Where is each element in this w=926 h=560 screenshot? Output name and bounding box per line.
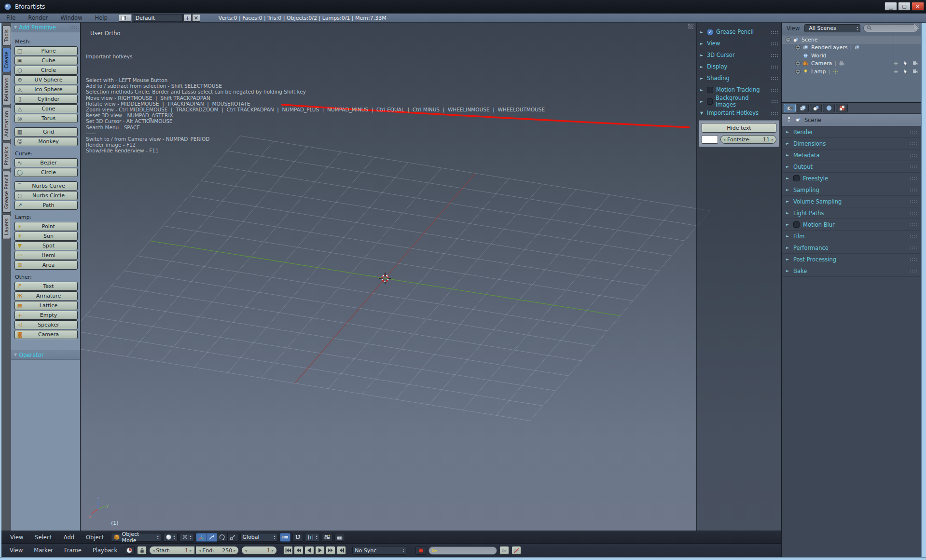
tab-create[interactable]: Create [2, 48, 11, 72]
manipulator-axis-button[interactable] [196, 533, 207, 542]
tool-button-area[interactable]: ⊠Area [14, 260, 78, 270]
menubar-menu-window[interactable]: Window [54, 14, 88, 21]
pin-icon[interactable] [786, 116, 792, 124]
properties-tab-render-layers-tab-icon[interactable] [797, 104, 809, 112]
add-layout-button[interactable]: + [183, 14, 192, 22]
render-toggle-camera-icon[interactable] [912, 60, 918, 67]
slider-right-arrow-icon[interactable]: ▸ [772, 137, 774, 142]
current-frame-field[interactable]: ◂1▸ [241, 546, 277, 555]
selectable-toggle-arrow-icon[interactable] [902, 60, 909, 67]
tool-button-plane[interactable]: ▢Plane [14, 46, 78, 55]
delete-keyframe-button[interactable] [511, 546, 521, 555]
hide-text-button[interactable]: Hide text [702, 123, 776, 133]
insert-keyframe-button[interactable] [499, 546, 509, 555]
next-keyframe-button[interactable] [326, 546, 335, 555]
snap-magnet-button[interactable] [292, 533, 303, 542]
tool-button-ico-sphere[interactable]: ◬Ico Sphere [14, 85, 78, 94]
tab-layers[interactable]: Layers [2, 215, 11, 239]
close-button[interactable]: ✕ [912, 2, 924, 11]
outliner-row-lamp[interactable]: +Lamp| [782, 68, 921, 76]
pivot-point-dropdown[interactable]: ▴▾ [180, 533, 194, 542]
tool-button-cylinder[interactable]: ▯Cylinder [14, 95, 78, 104]
properties-panel-sampling[interactable]: ►Sampling [782, 184, 921, 196]
maximize-button[interactable]: ▢ [898, 2, 911, 11]
translate-manipulator-button[interactable] [207, 533, 217, 542]
viewport-shading-dropdown[interactable]: ▴▾ [163, 533, 178, 542]
text-color-swatch[interactable] [702, 135, 718, 144]
opengl-render-button[interactable] [322, 533, 332, 542]
properties-panel-volume-sampling[interactable]: ►Volume Sampling [782, 196, 921, 207]
outliner-view-menu[interactable]: View [785, 25, 802, 32]
tool-button-camera[interactable]: ◙Camera [14, 330, 78, 339]
n-panel-item-background-images[interactable]: ►Background Images [697, 96, 781, 107]
previous-keyframe-button[interactable] [294, 546, 304, 555]
expand-plus-icon[interactable]: + [795, 69, 801, 74]
rotate-manipulator-button[interactable] [217, 533, 228, 542]
tool-button-lattice[interactable]: ▦Lattice [14, 301, 78, 310]
outliner-search-input[interactable] [863, 24, 918, 32]
tool-button-circle[interactable]: ○Circle [14, 66, 78, 75]
tool-button-nurbs-circle[interactable]: ◌Nurbs Circle [14, 191, 78, 200]
timeline-menu-view[interactable]: View [5, 547, 27, 554]
delete-layout-button[interactable]: ✕ [192, 14, 200, 22]
opengl-render-animation-button[interactable] [334, 533, 345, 542]
timeline-menu-marker[interactable]: Marker [29, 547, 57, 554]
browse-layout-button[interactable]: ▴▾ [119, 14, 131, 22]
properties-panel-metadata[interactable]: ►Metadata [782, 150, 921, 161]
sync-mode-dropdown[interactable]: No Sync▴▾ [352, 546, 406, 555]
time-display-button[interactable] [124, 546, 135, 555]
hide-toggle-eye-icon[interactable] [893, 68, 899, 75]
scale-manipulator-button[interactable] [228, 533, 238, 542]
tool-button-uv-sphere[interactable]: ⊕UV Sphere [14, 75, 78, 84]
properties-panel-dimensions[interactable]: ►Dimensions [782, 138, 921, 150]
start-frame-field[interactable]: ◂Start:1▸ [149, 546, 195, 555]
fontsize-slider[interactable]: ◂Fontsize:11▸ [720, 135, 776, 144]
properties-panel-freestyle[interactable]: ►Freestyle [782, 173, 921, 184]
tool-button-speaker[interactable]: ◁Speaker [14, 320, 78, 329]
n-panel-item-display[interactable]: ►Display [697, 61, 781, 72]
outliner-display-mode-dropdown[interactable]: All Scenes ▴▾ [804, 24, 860, 32]
minimize-button[interactable]: ▁ [885, 2, 897, 11]
outliner-row-renderlayers[interactable]: +RenderLayers| [782, 44, 921, 52]
properties-panel-render[interactable]: ►Render [782, 126, 921, 138]
properties-tab-world-tab-icon[interactable] [823, 104, 835, 112]
render-toggle-camera-icon[interactable] [912, 68, 918, 75]
viewport-menu-select[interactable]: Select [30, 534, 56, 541]
outliner-row-scene[interactable]: −Scene [782, 36, 921, 44]
tool-button-empty[interactable]: +Empty [14, 311, 78, 320]
operator-panel-header[interactable]: ▼ Operator [11, 350, 80, 360]
selectable-toggle-arrow-icon[interactable] [902, 68, 909, 75]
checkbox-unchecked-icon[interactable] [707, 98, 713, 105]
tool-button-nurbs-curve[interactable]: ⌒Nurbs Curve [14, 181, 78, 191]
checkbox-unchecked-icon[interactable] [793, 175, 800, 181]
properties-panel-bake[interactable]: ►Bake [782, 265, 921, 277]
slider-left-arrow-icon[interactable]: ◂ [152, 548, 154, 553]
tool-button-monkey[interactable]: ☺Monkey [14, 137, 78, 146]
checkbox-checked-icon[interactable]: ✓ [707, 29, 713, 35]
properties-panel-post-processing[interactable]: ►Post Processing [782, 254, 921, 265]
slider-right-arrow-icon[interactable]: ▸ [190, 548, 192, 553]
tool-button-point[interactable]: ∗Point [14, 222, 78, 231]
snap-element-dropdown[interactable]: ▴▾ [305, 533, 320, 542]
tool-button-cone[interactable]: △Cone [14, 104, 78, 113]
play-button[interactable] [315, 546, 325, 555]
n-panel-item-shading[interactable]: ►Shading [697, 72, 781, 84]
n-panel-item-motion-tracking[interactable]: ►Motion Tracking [697, 84, 781, 96]
tool-button-sun[interactable]: ☀Sun [14, 232, 78, 241]
timeline-menu-playback[interactable]: Playback [88, 547, 122, 554]
hide-toggle-eye-icon[interactable] [893, 60, 899, 67]
properties-panel-film[interactable]: ►Film [782, 231, 921, 242]
mode-dropdown[interactable]: Object Mode▴▾ [111, 533, 161, 542]
tool-button-armature[interactable]: ЖArmature [14, 291, 78, 300]
slider-left-arrow-icon[interactable]: ◂ [245, 548, 247, 553]
add-primitive-panel-header[interactable]: ▼ Add Primitive [11, 23, 80, 32]
jump-to-end-button[interactable] [336, 546, 346, 555]
properties-tab-render-tab-icon[interactable] [784, 104, 796, 112]
timeline-menu-frame[interactable]: Frame [60, 547, 86, 554]
properties-tab-texture-tab-icon[interactable] [836, 104, 848, 112]
properties-panel-performance[interactable]: ►Performance [782, 242, 921, 254]
tool-button-bezier[interactable]: ∿Bezier [14, 158, 78, 167]
slider-right-arrow-icon[interactable]: ▸ [234, 548, 235, 553]
end-frame-field[interactable]: ◂End:250▸ [195, 546, 239, 555]
outliner-row-world[interactable]: World [782, 52, 921, 60]
